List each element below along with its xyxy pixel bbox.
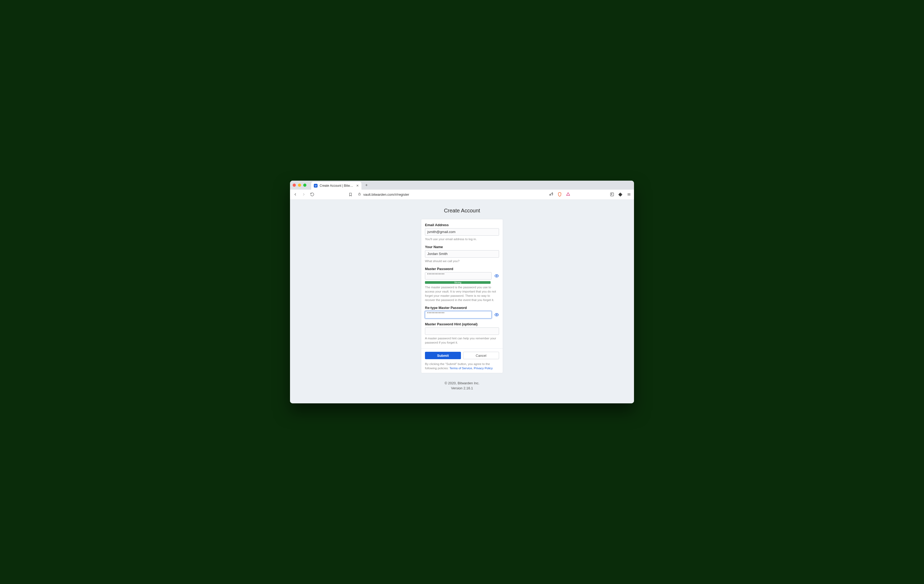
password-help: The master password is the password you … [425, 285, 499, 302]
bookmark-button[interactable] [348, 192, 353, 197]
url-text: vault.bitwarden.com/#/register [363, 192, 409, 196]
password-confirm-field-group: Re-type Master Password •••••••••••• [425, 306, 499, 318]
name-help: What should we call you? [425, 259, 499, 263]
minimize-window-button[interactable] [298, 184, 301, 187]
lock-icon [358, 192, 361, 196]
hint-input[interactable] [425, 327, 499, 335]
hint-help: A master password hint can help you reme… [425, 336, 499, 345]
password-confirm-label: Re-type Master Password [425, 306, 499, 310]
email-input[interactable] [425, 228, 499, 236]
email-field-group: Email Address You'll use your email addr… [425, 223, 499, 241]
divider [421, 348, 503, 349]
nav-forward-button[interactable] [301, 192, 307, 197]
address-bar[interactable]: vault.bitwarden.com/#/register [356, 192, 546, 196]
terms-of-service-link[interactable]: Terms of Service [449, 367, 472, 370]
browser-tab[interactable]: U Create Account | Bitwarden Web ✕ [311, 182, 361, 190]
brave-rewards-icon[interactable] [566, 192, 571, 197]
close-window-button[interactable] [293, 184, 296, 187]
bitwarden-extension-icon[interactable] [610, 192, 614, 197]
browser-toolbar: vault.bitwarden.com/#/register [290, 190, 634, 200]
cancel-button[interactable]: Cancel [463, 352, 499, 359]
password-strength-meter: Strong [425, 281, 490, 284]
svg-rect-0 [358, 194, 361, 195]
page-viewport: Create Account Email Address You'll use … [290, 200, 634, 404]
name-field-group: Your Name What should we call you? [425, 245, 499, 263]
nav-back-button[interactable] [293, 192, 298, 197]
new-tab-button[interactable]: + [363, 182, 370, 189]
terms-text: By clicking the "Submit" button, you agr… [425, 362, 499, 370]
page-title: Create Account [444, 207, 480, 214]
svg-point-6 [496, 275, 497, 276]
toggle-password-visibility-icon[interactable] [494, 273, 499, 278]
menu-icon[interactable] [627, 192, 631, 197]
key-icon[interactable] [549, 192, 554, 197]
hint-field-group: Master Password Hint (optional) A master… [425, 322, 499, 345]
name-label: Your Name [425, 245, 499, 249]
version-text: Version 2.16.1 [444, 386, 480, 390]
toggle-password-confirm-visibility-icon[interactable] [494, 313, 499, 317]
tab-title: Create Account | Bitwarden Web [320, 184, 354, 188]
page-footer: © 2020, Bitwarden Inc. Version 2.16.1 [444, 381, 480, 390]
toolbar-right-icons [549, 192, 631, 197]
brave-shield-icon[interactable] [557, 192, 562, 197]
name-input[interactable] [425, 250, 499, 258]
extensions-icon[interactable] [618, 192, 623, 197]
password-field-group: Master Password •••••••••••• Strong The … [425, 267, 499, 302]
bitwarden-favicon-icon: U [314, 184, 317, 188]
privacy-policy-link[interactable]: Privacy Policy [474, 367, 493, 370]
email-help: You'll use your email address to log in. [425, 237, 499, 241]
hint-label: Master Password Hint (optional) [425, 322, 499, 326]
register-card: Email Address You'll use your email addr… [421, 219, 503, 373]
reload-button[interactable] [310, 192, 315, 197]
window-controls [293, 184, 307, 187]
tab-bar: U Create Account | Bitwarden Web ✕ + [290, 181, 634, 190]
password-confirm-input[interactable]: •••••••••••• [425, 311, 492, 318]
password-label: Master Password [425, 267, 499, 271]
svg-point-7 [496, 314, 497, 316]
copyright-text: © 2020, Bitwarden Inc. [444, 381, 480, 385]
maximize-window-button[interactable] [303, 184, 307, 187]
email-label: Email Address [425, 223, 499, 227]
password-input[interactable]: •••••••••••• [425, 272, 492, 280]
submit-button[interactable]: Submit [425, 352, 461, 359]
browser-window: U Create Account | Bitwarden Web ✕ + vau… [290, 181, 634, 404]
button-row: Submit Cancel [425, 352, 499, 359]
close-tab-icon[interactable]: ✕ [356, 184, 359, 188]
